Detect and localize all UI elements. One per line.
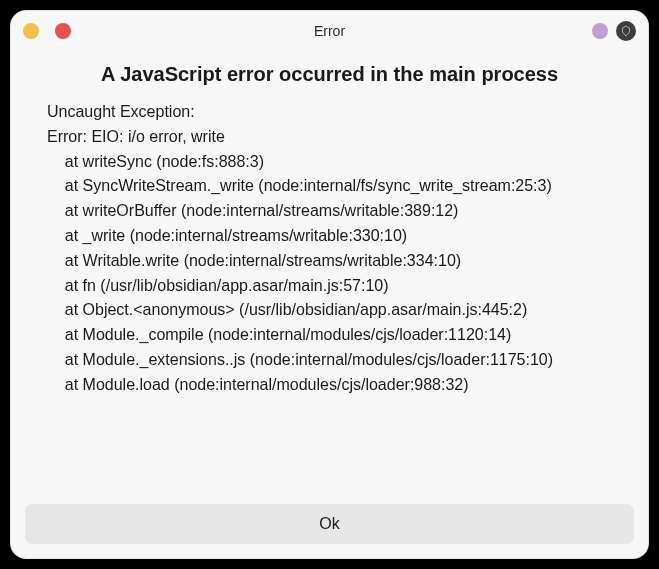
titlebar-right (592, 21, 636, 41)
stack-frame: at writeSync (node:fs:888:3) (65, 153, 264, 170)
ok-button[interactable]: Ok (25, 504, 634, 544)
stack-frame: at Module._compile (node:internal/module… (65, 326, 511, 343)
window-controls (23, 23, 71, 39)
close-icon[interactable] (55, 23, 71, 39)
app-icon[interactable] (616, 21, 636, 41)
stack-frame: at _write (node:internal/streams/writabl… (65, 227, 407, 244)
stack-frame: at SyncWriteStream._write (node:internal… (65, 177, 552, 194)
stack-frame: at Module.load (node:internal/modules/cj… (65, 376, 469, 393)
stack-frame: at writeOrBuffer (node:internal/streams/… (65, 202, 459, 219)
minimize-icon[interactable] (23, 23, 39, 39)
dialog-footer: Ok (11, 494, 648, 558)
stack-frame: at fn (/usr/lib/obsidian/app.asar/main.j… (65, 277, 389, 294)
stack-frame: at Writable.write (node:internal/streams… (65, 252, 461, 269)
stack-frame: at Module._extensions..js (node:internal… (65, 351, 553, 368)
error-line: Error: EIO: i/o error, write (47, 128, 225, 145)
error-heading: A JavaScript error occurred in the main … (47, 63, 612, 86)
error-dialog-window: Error A JavaScript error occurred in the… (10, 10, 649, 559)
dialog-content: A JavaScript error occurred in the main … (11, 51, 648, 494)
exception-intro: Uncaught Exception: (47, 103, 195, 120)
error-body: Uncaught Exception: Error: EIO: i/o erro… (47, 100, 612, 398)
window-title: Error (11, 23, 648, 39)
stack-frame: at Object.<anonymous> (/usr/lib/obsidian… (65, 301, 527, 318)
titlebar[interactable]: Error (11, 11, 648, 51)
status-icon[interactable] (592, 23, 608, 39)
